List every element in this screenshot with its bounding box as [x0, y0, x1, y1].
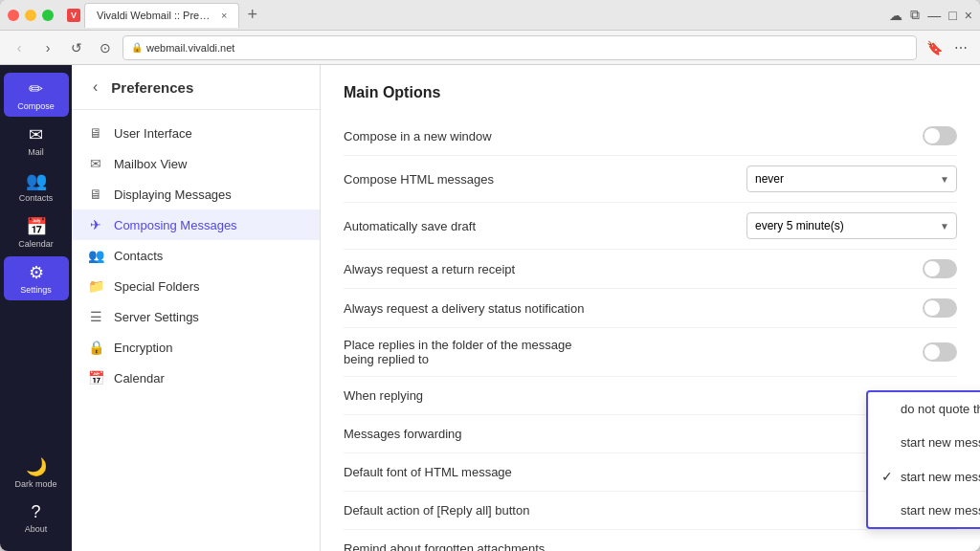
auto-save-draft-label: Automatically save draft: [344, 219, 631, 233]
replies-folder-toggle[interactable]: [923, 342, 957, 362]
dropdown-option-above-quote[interactable]: ✓ start new message above the quote: [868, 459, 980, 494]
prefs-nav-server-settings[interactable]: ☰ Server Settings: [72, 301, 320, 332]
sidebar-bottom: 🌙 Dark mode ? About: [4, 451, 69, 543]
compose-html-select-wrapper: never always ask: [746, 165, 957, 192]
sidebar-item-compose[interactable]: ✏ Compose: [4, 73, 69, 117]
prefs-nav-displaying-messages[interactable]: 🖥 Displaying Messages: [72, 179, 320, 209]
replies-folder-label: Place replies in the folder of the messa…: [344, 338, 592, 366]
address-bar[interactable]: 🔒 webmail.vivaldi.net: [122, 35, 917, 60]
delivery-status-toggle[interactable]: [923, 298, 957, 318]
option-auto-save-draft: Automatically save draft every 1 minute(…: [344, 203, 957, 250]
sidebar-item-mail[interactable]: ✉ Mail: [4, 119, 69, 163]
prefs-nav-label-calendar: Calendar: [114, 371, 165, 386]
dropdown-option-no-quote[interactable]: do not quote the original message: [868, 392, 980, 426]
prefs-nav-mailbox-view[interactable]: ✉ Mailbox View: [72, 148, 320, 179]
delivery-status-control: [923, 298, 957, 318]
cloud-icon[interactable]: ☁: [889, 8, 902, 23]
reload-button[interactable]: ↺: [65, 36, 88, 59]
maximize-button[interactable]: [42, 10, 54, 21]
option-forgotten-attachments: Remind about forgotten attachments: [344, 530, 957, 551]
server-settings-icon: ☰: [87, 309, 104, 324]
compose-icon: ✏: [29, 78, 43, 99]
sidebar-item-settings[interactable]: ⚙ Settings: [4, 256, 69, 300]
tab-bar: V Vivaldi Webmail :: Preferen… × +: [59, 3, 883, 28]
browser-tab[interactable]: Vivaldi Webmail :: Preferen… ×: [84, 3, 239, 28]
preferences-panel: ‹ Preferences 🖥 User Interface ✉ Mailbox…: [72, 65, 321, 551]
return-receipt-toggle[interactable]: [923, 259, 957, 278]
prefs-nav-calendar[interactable]: 📅 Calendar: [72, 363, 320, 393]
below-quote-label: start new message below the quote: [901, 435, 980, 450]
sidebar-label-mail: Mail: [28, 147, 44, 157]
window-close-icon[interactable]: ×: [965, 8, 972, 23]
compose-new-window-label: Compose in a new window: [344, 129, 631, 143]
title-bar: V Vivaldi Webmail :: Preferen… × + ☁ ⧉ —…: [0, 0, 980, 31]
encryption-icon: 🔒: [87, 340, 104, 355]
displaying-messages-icon: 🖥: [87, 187, 104, 202]
compose-new-window-control: [923, 126, 957, 145]
title-bar-actions: ☁ ⧉ — □ ×: [889, 7, 972, 23]
contacts-icon: 👥: [26, 170, 47, 191]
prefs-nav-label-server-settings: Server Settings: [114, 310, 199, 324]
section-title: Main Options: [344, 84, 957, 101]
option-messages-forwarding: Messages forwarding: [344, 415, 957, 453]
dark-mode-icon: 🌙: [26, 456, 47, 477]
compose-html-select[interactable]: never always ask: [746, 165, 957, 192]
prefs-nav-label-composing-messages: Composing Messages: [114, 218, 237, 232]
nav-extras: 🔖 ⋯: [923, 36, 972, 59]
special-folders-icon: 📁: [87, 278, 104, 294]
sidebar-label-about: About: [25, 524, 48, 534]
tab-close-icon[interactable]: ×: [221, 10, 227, 21]
sidebar-item-dark-mode[interactable]: 🌙 Dark mode: [4, 451, 69, 495]
delivery-status-label: Always request a delivery status notific…: [344, 301, 631, 316]
windows-icon[interactable]: ⧉: [910, 7, 920, 23]
return-receipt-control: [923, 259, 957, 278]
prefs-nav-special-folders[interactable]: 📁 Special Folders: [72, 271, 320, 301]
option-compose-html: Compose HTML messages never always ask: [344, 156, 957, 203]
option-compose-new-window: Compose in a new window: [344, 117, 957, 156]
above-quote-label: start new message above the quote: [901, 470, 980, 484]
prefs-nav-encryption[interactable]: 🔒 Encryption: [72, 332, 320, 363]
prefs-nav: 🖥 User Interface ✉ Mailbox View 🖥 Displa…: [72, 110, 320, 551]
sidebar-item-contacts[interactable]: 👥 Contacts: [4, 165, 69, 209]
back-button[interactable]: ‹: [8, 36, 31, 59]
dropdown-option-above-no-indent[interactable]: start new message above the quote (no in…: [868, 494, 980, 527]
lock-icon: 🔒: [131, 42, 143, 53]
bookmark-button[interactable]: 🔖: [923, 36, 946, 59]
close-button[interactable]: [8, 10, 19, 21]
forgotten-attachments-label: Remind about forgotten attachments: [344, 541, 631, 551]
user-interface-icon: 🖥: [87, 125, 104, 141]
sidebar-item-calendar[interactable]: 📅 Calendar: [4, 210, 69, 254]
forward-button[interactable]: ›: [36, 36, 59, 59]
replies-folder-control: [923, 342, 957, 362]
nav-bar: ‹ › ↺ ⊙ 🔒 webmail.vivaldi.net 🔖 ⋯: [0, 31, 980, 65]
main-content: Main Options Compose in a new window Com…: [321, 65, 980, 551]
prefs-nav-user-interface[interactable]: 🖥 User Interface: [72, 118, 320, 148]
window-controls: [8, 10, 54, 21]
option-return-receipt: Always request a return receipt: [344, 250, 957, 289]
option-delivery-status: Always request a delivery status notific…: [344, 289, 957, 328]
menu-button[interactable]: ⋯: [949, 36, 972, 59]
prefs-back-button[interactable]: ‹: [87, 77, 103, 98]
home-button[interactable]: ⊙: [94, 36, 117, 59]
browser-window: V Vivaldi Webmail :: Preferen… × + ☁ ⧉ —…: [0, 0, 980, 551]
reply-all-label: Default action of [Reply all] button: [344, 503, 631, 518]
compose-new-window-toggle[interactable]: [923, 126, 957, 145]
settings-icon: ⚙: [29, 262, 44, 283]
when-replying-dropdown: do not quote the original message start …: [866, 390, 980, 529]
minimize-button[interactable]: [25, 10, 36, 21]
auto-save-draft-control: every 1 minute(s) every 5 minute(s) ever…: [746, 212, 957, 239]
prefs-nav-composing-messages[interactable]: ✈ Composing Messages: [72, 209, 320, 240]
default-font-label: Default font of HTML message: [344, 465, 631, 479]
prefs-title: Preferences: [111, 79, 193, 96]
minimize-icon[interactable]: —: [927, 8, 941, 23]
new-tab-button[interactable]: +: [243, 5, 261, 25]
prefs-nav-label-user-interface: User Interface: [114, 126, 192, 141]
auto-save-draft-select[interactable]: every 1 minute(s) every 5 minute(s) ever…: [746, 212, 957, 239]
prefs-nav-contacts[interactable]: 👥 Contacts: [72, 240, 320, 271]
sidebar-item-about[interactable]: ? About: [4, 496, 69, 540]
contacts-nav-icon: 👥: [87, 248, 104, 263]
sidebar-label-calendar: Calendar: [18, 239, 54, 249]
above-quote-check: ✓: [881, 469, 895, 484]
restore-icon[interactable]: □: [948, 8, 956, 23]
dropdown-option-below-quote[interactable]: start new message below the quote: [868, 426, 980, 459]
